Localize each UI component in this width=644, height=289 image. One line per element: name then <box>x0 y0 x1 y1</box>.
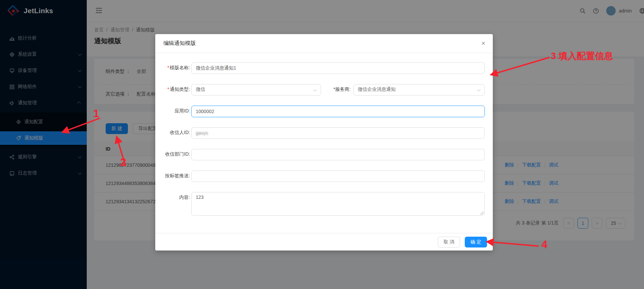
provider-label: *服务商: <box>321 84 353 96</box>
cancel-button[interactable]: 取 消 <box>438 237 460 247</box>
notify-type-select[interactable]: 微信 <box>191 84 321 96</box>
app-root: JetLinks 统计分析 系统设置 设备管理 网络组件 <box>0 0 644 289</box>
app-id-input[interactable] <box>191 106 485 117</box>
close-icon[interactable]: × <box>480 39 487 48</box>
content-textarea[interactable]: 123 <box>191 192 485 216</box>
confirm-button[interactable]: 确 定 <box>465 237 487 247</box>
provider-select[interactable]: 微信企业消息通知 <box>353 84 485 96</box>
dept-id-input[interactable] <box>191 149 485 160</box>
dept-id-label: 收信部门ID: <box>163 149 190 157</box>
notify-type-label: *通知类型: <box>163 84 190 93</box>
content-label: 内容: <box>163 192 190 201</box>
chevron-down-icon <box>314 88 317 91</box>
modal-title: 编辑通知模版 <box>163 40 196 46</box>
template-name-input[interactable] <box>191 62 485 74</box>
chevron-down-icon <box>477 88 481 91</box>
template-name-label: *模版名称: <box>163 62 190 71</box>
receiver-id-label: 收信人ID: <box>163 127 190 136</box>
app-id-label: 应用ID: <box>163 106 190 114</box>
edit-template-modal: 编辑通知模版 × *模版名称: *通知类型: 微信 *服务商: 微信企业消息通知… <box>155 34 493 251</box>
tag-push-label: 按标签推送: <box>163 170 190 179</box>
tag-push-input[interactable] <box>191 170 485 182</box>
receiver-id-input[interactable]: gavys <box>191 127 485 139</box>
